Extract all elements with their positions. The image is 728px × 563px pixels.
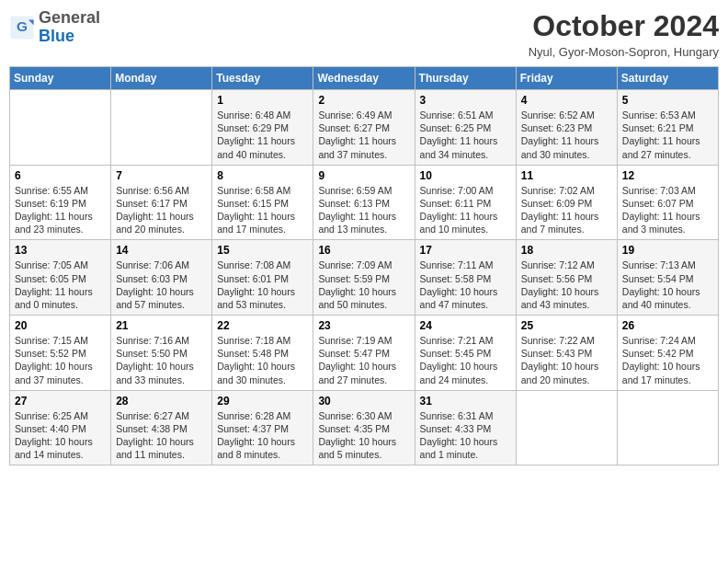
logo-icon: G	[9, 15, 35, 40]
day-cell: 10Sunrise: 7:00 AMSunset: 6:11 PMDayligh…	[415, 165, 516, 240]
day-number: 13	[15, 244, 106, 257]
day-data: Sunrise: 6:59 AMSunset: 6:13 PMDaylight:…	[318, 184, 409, 236]
day-number: 21	[116, 319, 207, 332]
day-data: Sunrise: 6:49 AMSunset: 6:27 PMDaylight:…	[318, 109, 409, 161]
day-data: Sunrise: 7:24 AMSunset: 5:42 PMDaylight:…	[622, 334, 713, 386]
day-number: 26	[622, 319, 713, 332]
day-data: Sunrise: 6:58 AMSunset: 6:15 PMDaylight:…	[217, 184, 308, 236]
day-number: 15	[217, 244, 308, 257]
day-number: 8	[217, 169, 308, 182]
day-cell	[516, 390, 617, 465]
day-cell: 17Sunrise: 7:11 AMSunset: 5:58 PMDayligh…	[415, 240, 516, 316]
day-number: 19	[622, 244, 713, 257]
day-data: Sunrise: 7:12 AMSunset: 5:56 PMDaylight:…	[521, 259, 612, 311]
day-data: Sunrise: 7:18 AMSunset: 5:48 PMDaylight:…	[217, 334, 308, 386]
day-cell: 28Sunrise: 6:27 AMSunset: 4:38 PMDayligh…	[111, 390, 212, 465]
day-cell: 16Sunrise: 7:09 AMSunset: 5:59 PMDayligh…	[313, 240, 415, 316]
day-data: Sunrise: 6:52 AMSunset: 6:23 PMDaylight:…	[521, 109, 612, 161]
day-number: 11	[521, 169, 612, 182]
header-wednesday: Wednesday	[313, 67, 415, 90]
day-cell: 19Sunrise: 7:13 AMSunset: 5:54 PMDayligh…	[617, 240, 718, 316]
day-number: 4	[521, 94, 612, 107]
day-data: Sunrise: 7:06 AMSunset: 6:03 PMDaylight:…	[116, 259, 207, 311]
day-data: Sunrise: 6:48 AMSunset: 6:29 PMDaylight:…	[217, 109, 308, 161]
day-cell: 27Sunrise: 6:25 AMSunset: 4:40 PMDayligh…	[10, 390, 111, 465]
page-header: G General Blue October 2024 Nyul, Gyor-M…	[9, 9, 719, 59]
calendar-body: 1Sunrise: 6:48 AMSunset: 6:29 PMDaylight…	[10, 90, 719, 465]
svg-text:G: G	[17, 18, 28, 34]
header-monday: Monday	[111, 67, 212, 90]
week-row-2: 13Sunrise: 7:05 AMSunset: 6:05 PMDayligh…	[10, 240, 719, 316]
day-cell: 21Sunrise: 7:16 AMSunset: 5:50 PMDayligh…	[111, 316, 212, 391]
day-data: Sunrise: 7:02 AMSunset: 6:09 PMDaylight:…	[521, 184, 612, 236]
day-data: Sunrise: 6:53 AMSunset: 6:21 PMDaylight:…	[622, 109, 713, 161]
day-data: Sunrise: 6:51 AMSunset: 6:25 PMDaylight:…	[420, 109, 511, 161]
logo-text: General Blue	[39, 9, 100, 46]
day-data: Sunrise: 7:03 AMSunset: 6:07 PMDaylight:…	[622, 184, 713, 236]
header-friday: Friday	[516, 67, 617, 90]
header-tuesday: Tuesday	[212, 67, 313, 90]
month-title: October 2024	[529, 9, 719, 43]
day-cell: 20Sunrise: 7:15 AMSunset: 5:52 PMDayligh…	[10, 316, 111, 391]
location: Nyul, Gyor-Moson-Sopron, Hungary	[529, 45, 719, 59]
day-number: 23	[318, 319, 409, 332]
day-cell: 8Sunrise: 6:58 AMSunset: 6:15 PMDaylight…	[212, 165, 313, 240]
day-cell: 4Sunrise: 6:52 AMSunset: 6:23 PMDaylight…	[516, 90, 617, 166]
day-cell	[617, 390, 718, 465]
day-data: Sunrise: 6:31 AMSunset: 4:33 PMDaylight:…	[420, 409, 511, 462]
day-data: Sunrise: 7:05 AMSunset: 6:05 PMDaylight:…	[15, 259, 106, 311]
day-data: Sunrise: 6:30 AMSunset: 4:35 PMDaylight:…	[318, 409, 409, 462]
day-cell: 1Sunrise: 6:48 AMSunset: 6:29 PMDaylight…	[212, 90, 313, 166]
day-cell: 2Sunrise: 6:49 AMSunset: 6:27 PMDaylight…	[313, 90, 415, 166]
logo-general: General	[39, 9, 100, 28]
week-row-0: 1Sunrise: 6:48 AMSunset: 6:29 PMDaylight…	[10, 90, 719, 166]
day-data: Sunrise: 7:19 AMSunset: 5:47 PMDaylight:…	[318, 334, 409, 386]
day-number: 20	[15, 319, 106, 332]
day-cell: 22Sunrise: 7:18 AMSunset: 5:48 PMDayligh…	[212, 316, 313, 391]
title-area: October 2024 Nyul, Gyor-Moson-Sopron, Hu…	[529, 9, 719, 59]
day-data: Sunrise: 7:08 AMSunset: 6:01 PMDaylight:…	[217, 259, 308, 311]
day-data: Sunrise: 7:21 AMSunset: 5:45 PMDaylight:…	[420, 334, 511, 386]
header-saturday: Saturday	[617, 67, 718, 90]
day-cell: 5Sunrise: 6:53 AMSunset: 6:21 PMDaylight…	[617, 90, 718, 166]
day-data: Sunrise: 7:09 AMSunset: 5:59 PMDaylight:…	[318, 259, 409, 311]
day-cell: 30Sunrise: 6:30 AMSunset: 4:35 PMDayligh…	[313, 390, 415, 465]
day-number: 29	[217, 395, 308, 408]
day-cell: 31Sunrise: 6:31 AMSunset: 4:33 PMDayligh…	[415, 390, 516, 465]
header-sunday: Sunday	[10, 67, 111, 90]
day-number: 1	[217, 94, 308, 107]
day-cell: 24Sunrise: 7:21 AMSunset: 5:45 PMDayligh…	[415, 316, 516, 391]
day-number: 6	[15, 169, 106, 182]
day-data: Sunrise: 6:55 AMSunset: 6:19 PMDaylight:…	[15, 184, 106, 236]
day-number: 14	[116, 244, 207, 257]
day-data: Sunrise: 6:28 AMSunset: 4:37 PMDaylight:…	[217, 409, 308, 462]
day-number: 17	[420, 244, 511, 257]
day-cell: 26Sunrise: 7:24 AMSunset: 5:42 PMDayligh…	[617, 316, 718, 391]
logo-blue: Blue	[39, 28, 100, 46]
day-data: Sunrise: 6:56 AMSunset: 6:17 PMDaylight:…	[116, 184, 207, 236]
day-cell	[10, 90, 111, 166]
day-data: Sunrise: 7:00 AMSunset: 6:11 PMDaylight:…	[420, 184, 511, 236]
day-cell: 23Sunrise: 7:19 AMSunset: 5:47 PMDayligh…	[313, 316, 415, 391]
day-number: 12	[622, 169, 713, 182]
day-data: Sunrise: 6:25 AMSunset: 4:40 PMDaylight:…	[15, 409, 106, 462]
day-cell: 12Sunrise: 7:03 AMSunset: 6:07 PMDayligh…	[617, 165, 718, 240]
day-number: 3	[420, 94, 511, 107]
calendar-header: SundayMondayTuesdayWednesdayThursdayFrid…	[10, 67, 719, 90]
day-cell: 14Sunrise: 7:06 AMSunset: 6:03 PMDayligh…	[111, 240, 212, 316]
day-data: Sunrise: 7:22 AMSunset: 5:43 PMDaylight:…	[521, 334, 612, 386]
day-cell: 3Sunrise: 6:51 AMSunset: 6:25 PMDaylight…	[415, 90, 516, 166]
day-data: Sunrise: 7:11 AMSunset: 5:58 PMDaylight:…	[420, 259, 511, 311]
day-number: 30	[318, 395, 409, 408]
day-cell: 29Sunrise: 6:28 AMSunset: 4:37 PMDayligh…	[212, 390, 313, 465]
day-number: 18	[521, 244, 612, 257]
week-row-1: 6Sunrise: 6:55 AMSunset: 6:19 PMDaylight…	[10, 165, 719, 240]
week-row-3: 20Sunrise: 7:15 AMSunset: 5:52 PMDayligh…	[10, 316, 719, 391]
day-number: 10	[420, 169, 511, 182]
day-number: 7	[116, 169, 207, 182]
header-thursday: Thursday	[415, 67, 516, 90]
day-number: 28	[116, 395, 207, 408]
day-cell: 9Sunrise: 6:59 AMSunset: 6:13 PMDaylight…	[313, 165, 415, 240]
logo: G General Blue	[9, 9, 100, 46]
day-number: 31	[420, 395, 511, 408]
